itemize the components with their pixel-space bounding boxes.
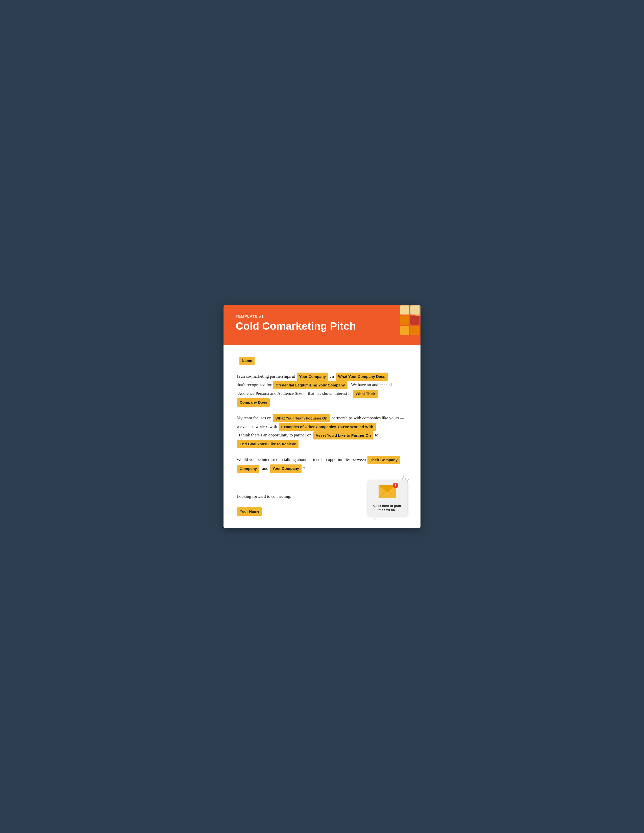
tag-end-goal: End Goal You'd Like to Achieve — [237, 440, 298, 448]
svg-rect-3 — [411, 315, 420, 325]
closing-text: Looking forward to connecting, — [237, 493, 367, 500]
p1-mid1: , a — [330, 374, 334, 379]
download-widget[interactable]: Click here to grab the text file — [367, 480, 407, 516]
card: TEMPLATE #1 Cold Comarketing Pitch Name — [224, 305, 420, 528]
para-3: Would you be interested in talking about… — [237, 456, 407, 473]
p2-mid3: to — [375, 433, 378, 437]
tag-what-company-does: What Your Company Does — [336, 373, 388, 381]
para-2: My team focuses on What Your Team Focuse… — [237, 414, 407, 449]
tag-your-company: Your Company — [297, 373, 328, 381]
header: TEMPLATE #1 Cold Comarketing Pitch — [224, 305, 420, 345]
deco-squares — [385, 305, 420, 340]
greeting-para: Name — [237, 356, 407, 365]
svg-rect-2 — [400, 315, 409, 325]
tag-their-company: Their Company — [367, 456, 400, 464]
envelope-wrap — [378, 485, 396, 501]
template-label: TEMPLATE #1 — [236, 314, 408, 318]
p1-pre: I run co-marketing partnerships at — [237, 374, 295, 379]
p1-mid4: that has shown interest in — [308, 391, 351, 396]
tag-asset: Asset You'd Like to Partner On — [313, 431, 374, 439]
tag-your-name: Your Name — [237, 507, 262, 515]
tag-company: Company — [237, 465, 259, 473]
tag-team-focuses: What Your Team Focuses On — [273, 414, 330, 422]
sign-block: Looking forward to connecting, Your Name — [237, 493, 367, 516]
body: Name I run co-marketing partnerships at … — [224, 345, 420, 528]
svg-rect-0 — [400, 306, 409, 315]
download-label: Click here to grab the text file — [372, 504, 403, 512]
svg-rect-5 — [411, 326, 420, 335]
template-title: Cold Comarketing Pitch — [236, 320, 408, 332]
your-name-para: Your Name — [237, 507, 367, 516]
para-1: I run co-marketing partnerships at Your … — [237, 372, 407, 407]
tag-examples: Examples of Other Companies You've Worke… — [279, 423, 376, 431]
p3-pre: Would you be interested in talking about… — [237, 457, 366, 462]
tag-company-does: Company Does — [237, 398, 270, 407]
speech-bubble[interactable]: Click here to grab the text file — [367, 480, 407, 516]
tag-your-company2: Your Company — [270, 465, 302, 473]
p1-mid2-text: that's recognized for — [237, 383, 272, 387]
tag-credential: Credential Legitimizing Your Company — [273, 381, 347, 389]
svg-rect-4 — [400, 326, 409, 335]
p2-pre: My team focuses on — [237, 415, 271, 420]
download-badge — [393, 482, 398, 488]
tag-what-their: What Their — [353, 390, 378, 398]
p2-mid2: . I think there's an opportunity to part… — [237, 433, 311, 437]
p3-mid1: and — [262, 466, 269, 471]
tag-name: Name — [240, 357, 255, 365]
footer-area: Looking forward to connecting, Your Name — [237, 480, 407, 516]
p3-mid2: ? — [303, 466, 305, 471]
